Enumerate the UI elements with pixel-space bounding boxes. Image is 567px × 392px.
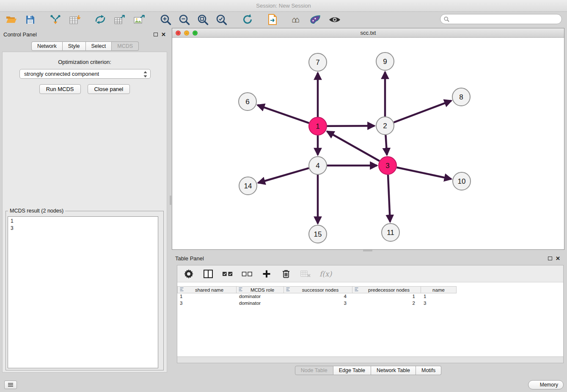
apply-style-icon[interactable] [309,13,322,26]
window-title: Session: New Session [256,3,311,9]
import-table-disabled-icon [300,268,311,279]
table-cell: dominator [237,293,284,300]
refresh-view-icon[interactable] [241,13,254,26]
delete-rows-icon[interactable] [281,268,292,279]
graph-node-6[interactable]: 6 [239,93,256,110]
column-header-mcds-role[interactable]: MCDS role [237,286,284,293]
graph-node-3[interactable]: 3 [379,157,396,174]
graph-node-label: 11 [387,229,394,237]
zoom-in-icon[interactable] [159,13,172,26]
memory-label: Memory [540,382,558,388]
unselect-all-rows-icon[interactable] [242,268,253,279]
graph-edge-3-11[interactable] [388,175,390,222]
tab-mcds[interactable]: MCDS [112,41,139,51]
column-header-successor-nodes[interactable]: successor nodes [284,286,352,293]
graph-edge-1-2[interactable] [327,126,374,126]
new-network-icon[interactable] [94,13,107,26]
graph-edge-3-1[interactable] [327,131,380,161]
close-panel-button[interactable]: Close panel [88,84,130,94]
open-file-icon[interactable] [5,13,18,26]
control-panel-title: Control Panel [3,31,37,38]
export-image-icon[interactable] [133,13,146,26]
selected-criterion: strongly connected component [24,71,99,77]
network-window-titlebar[interactable]: × − + scc.txt [172,28,564,38]
close-panel-icon[interactable]: ✕ [556,256,560,261]
table-settings-gear-icon[interactable] [183,268,194,279]
main-toolbar: ⌂⌂ [0,12,567,27]
status-bar: Memory [0,378,567,392]
sort-icon [354,287,359,293]
tab-node-table[interactable]: Node Table [295,366,333,375]
graph-node-11[interactable]: 11 [382,224,399,241]
graph-edge-2-3[interactable] [385,135,387,155]
mcds-result-title: MCDS result (2 nodes) [8,208,65,214]
graph-node-label: 2 [383,122,387,130]
graph-node-label: 10 [458,177,466,185]
sort-icon [179,287,184,293]
horizontal-scrollbar[interactable] [177,356,563,363]
show-hide-graphics-icon[interactable] [328,13,341,26]
graph-node-label: 7 [316,58,319,66]
tab-network-table[interactable]: Network Table [371,366,416,375]
mcds-result-list[interactable]: 1 3 [8,216,158,368]
control-panel-tabs: Network Style Select MCDS [31,41,139,51]
tab-network[interactable]: Network [31,41,63,51]
memory-button[interactable]: Memory [528,380,564,389]
graph-node-10[interactable]: 10 [453,172,471,190]
close-panel-icon[interactable]: ✕ [161,32,166,37]
tab-select[interactable]: Select [86,41,112,51]
run-mcds-button[interactable]: Run MCDS [39,84,81,94]
graph-node-label: 4 [316,162,319,170]
column-header-name[interactable]: name [421,286,457,293]
table-cell: 3 [177,300,237,307]
graph-node-14[interactable]: 14 [239,177,257,195]
float-panel-icon[interactable] [154,33,158,36]
float-panel-icon[interactable] [548,257,552,260]
tab-motifs[interactable]: Motifs [416,366,441,375]
search-field[interactable] [440,14,562,24]
select-all-rows-icon[interactable] [222,268,233,279]
graph-node-9[interactable]: 9 [376,52,394,70]
result-item: 1 [11,218,155,225]
graph-node-7[interactable]: 7 [309,53,327,71]
graph-node-15[interactable]: 15 [309,225,327,243]
table-cell: 4 [284,293,352,300]
graph-edge-3-10[interactable] [397,168,451,179]
network-canvas[interactable]: 7968124314101511 [172,38,564,249]
control-panel: Control Panel ✕ Network Style Select MCD… [0,27,170,378]
window-titlebar[interactable]: Session: New Session [0,0,567,12]
add-row-icon[interactable] [261,268,272,279]
graph-edge-1-6[interactable] [258,105,309,123]
column-header-shared-name[interactable]: shared name [177,286,237,293]
splitter-handle[interactable] [363,250,372,251]
graph-node-label: 15 [314,230,322,238]
graph-node-2[interactable]: 2 [376,117,394,135]
graph-node-8[interactable]: 8 [452,88,470,106]
table-row[interactable]: 1dominator411 [177,293,563,300]
splitter-handle[interactable] [170,196,171,205]
graph-edge-4-14[interactable] [258,168,309,183]
table-row[interactable]: 3dominator323 [177,300,563,307]
graph-node-1[interactable]: 1 [309,117,327,135]
import-table-from-file-icon[interactable] [69,13,81,26]
zoom-fit-content-icon[interactable] [196,13,209,26]
apply-preferred-layout-icon[interactable]: ⌂⌂ [289,13,302,26]
zoom-selected-region-icon[interactable] [215,13,228,26]
column-header-predecessor-nodes[interactable]: predecessor nodes [352,286,421,293]
optimization-criterion-select[interactable]: strongly connected component [19,69,151,79]
import-network-from-file-icon[interactable] [49,13,62,26]
tab-edge-table[interactable]: Edge Table [333,366,371,375]
table-panel-tabs: Node Table Edge Table Network Table Moti… [295,366,442,375]
export-network-icon[interactable] [267,13,279,26]
graph-node-label: 14 [244,182,252,190]
search-input[interactable] [451,16,558,22]
graph-edge-2-8[interactable] [394,101,451,122]
graph-node-4[interactable]: 4 [309,157,327,174]
task-history-button[interactable] [4,381,17,389]
table-cell: 3 [284,300,352,307]
zoom-out-icon[interactable] [178,13,190,26]
new-table-from-network-icon[interactable] [113,13,126,26]
tab-style[interactable]: Style [63,41,86,51]
show-columns-icon[interactable] [203,268,214,279]
save-session-icon[interactable] [24,13,36,26]
